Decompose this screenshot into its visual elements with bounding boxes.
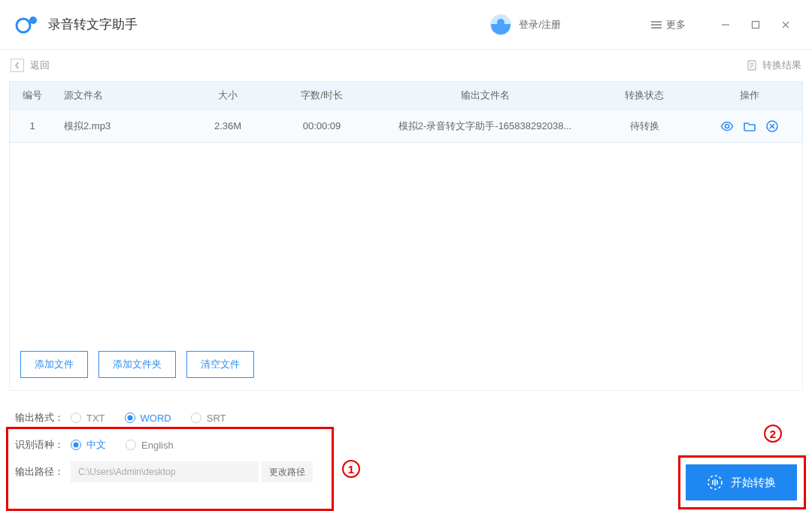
folder-icon[interactable] [743,119,756,133]
radio-format-txt[interactable]: TXT [71,413,105,424]
clear-files-button[interactable]: 清空文件 [186,351,254,378]
hamburger-icon [651,20,662,30]
change-path-button[interactable]: 更改路径 [262,461,313,482]
back-label: 返回 [30,59,50,72]
annotation-marker-1: 1 [342,460,360,478]
minimize-button[interactable] [714,14,737,36]
cell-size: 2.36M [190,120,265,132]
avatar-icon [490,14,511,35]
svg-point-1 [29,17,37,24]
th-index: 编号 [10,89,55,102]
table-row[interactable]: 1 模拟2.mp3 2.36M 00:00:09 模拟2-录音转文字助手-165… [9,110,803,143]
cell-duration: 00:00:09 [265,120,378,132]
add-file-button[interactable]: 添加文件 [20,351,88,378]
radio-lang-en[interactable]: English [126,440,174,451]
arrow-left-icon [11,59,24,72]
th-status: 转换状态 [592,89,697,102]
titlebar: 录音转文字助手 登录/注册 更多 [0,0,812,50]
more-label: 更多 [666,18,686,32]
maximize-button[interactable] [744,14,767,36]
svg-point-10 [726,124,729,128]
start-convert-button[interactable]: 开始转换 [686,464,797,500]
app-title: 录音转文字助手 [48,16,138,33]
conversion-result-button[interactable]: 转换结果 [746,59,801,72]
radio-format-word[interactable]: WORD [125,413,171,424]
login-register-link[interactable]: 登录/注册 [519,18,561,32]
add-folder-button[interactable]: 添加文件夹 [98,351,176,378]
cell-source: 模拟2.mp3 [55,119,190,133]
th-source: 源文件名 [55,89,190,102]
convert-icon [707,474,723,491]
th-actions: 操作 [697,89,802,102]
annotation-marker-2: 2 [764,425,782,443]
preview-icon[interactable] [720,119,734,133]
app-logo-icon [15,13,39,37]
table-header: 编号 源文件名 大小 字数/时长 输出文件名 转换状态 操作 [9,81,803,110]
radio-lang-zh[interactable]: 中文 [71,438,106,452]
start-label: 开始转换 [731,476,776,490]
close-button[interactable] [774,14,797,36]
output-path-input[interactable] [71,461,259,482]
language-label: 识别语种： [15,438,71,452]
svg-rect-3 [753,21,759,28]
cell-index: 1 [10,120,55,132]
document-icon [746,59,758,71]
file-list-area: 添加文件 添加文件夹 清空文件 [9,143,803,391]
cell-actions [697,119,802,133]
back-button[interactable]: 返回 [11,59,50,72]
svg-point-0 [17,19,30,32]
output-format-label: 输出格式： [15,411,71,425]
th-duration: 字数/时长 [265,89,378,102]
cell-status: 待转换 [592,119,697,133]
th-output: 输出文件名 [378,89,592,102]
toolbar: 返回 转换结果 [0,50,812,81]
radio-format-srt[interactable]: SRT [191,413,226,424]
cell-output: 模拟2-录音转文字助手-165838292038... [378,119,592,133]
th-size: 大小 [190,89,265,102]
result-label: 转换结果 [762,59,801,72]
more-menu-button[interactable]: 更多 [651,18,686,32]
output-path-label: 输出路径： [15,465,71,479]
remove-icon[interactable] [765,119,779,133]
